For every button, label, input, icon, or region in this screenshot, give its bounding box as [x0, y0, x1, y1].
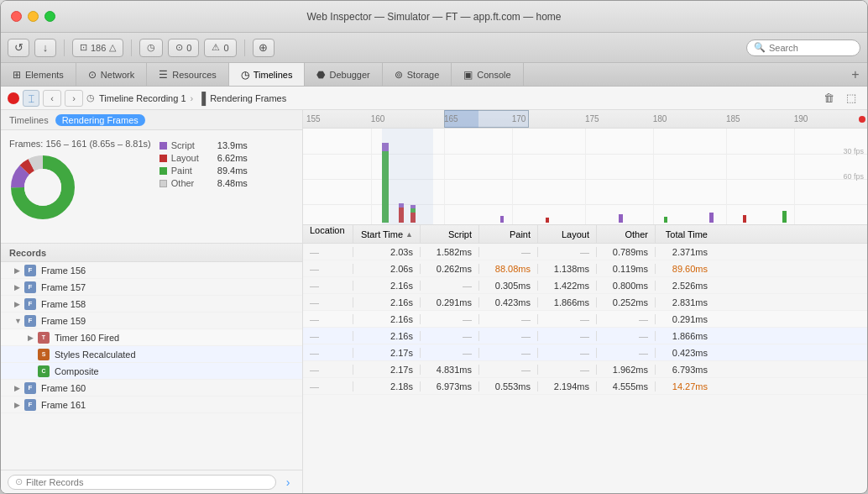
tab-resources[interactable]: ☰ Resources: [147, 63, 229, 86]
table-row[interactable]: — 2.18s 6.973ms 0.553ms 2.194ms 4.555ms …: [303, 378, 867, 395]
starttime-cell: 2.06s: [353, 264, 421, 274]
other-cell: 0.252ms: [597, 297, 656, 307]
reload-button[interactable]: ↺: [8, 39, 29, 57]
warning-count: 0: [223, 43, 228, 53]
filter-expand-button[interactable]: ›: [280, 475, 295, 490]
window-title: Web Inspector — Simulator — FT — app.ft.…: [307, 11, 562, 23]
cursor-mode-btn[interactable]: ⌶: [23, 90, 39, 107]
toolbar-sep-1: [64, 39, 65, 56]
expand-arrow[interactable]: ▶: [14, 266, 24, 275]
record-button[interactable]: [8, 92, 19, 104]
location-cell: —: [303, 281, 353, 291]
ruler-mark-180: 180: [653, 110, 667, 129]
table-row[interactable]: ▶ F Frame 158: [1, 296, 302, 313]
search-box[interactable]: 🔍: [746, 39, 860, 56]
table-row[interactable]: ▶ F Frame 156: [1, 262, 302, 279]
console-icon: ▣: [463, 69, 473, 81]
table-row[interactable]: — 2.16s — — — — 1.866ms: [303, 328, 867, 344]
fps-60-label: 60 fps: [843, 172, 864, 181]
globe-button[interactable]: ⊕: [253, 39, 275, 57]
warning-icon: ⚠: [212, 42, 220, 53]
expand-arrow: ▶: [28, 367, 38, 376]
starttime-cell: 2.16s: [353, 297, 421, 307]
sub-toolbar: ⌶ ‹ › ◷ Timeline Recording 1 › ▐ Renderi…: [1, 87, 867, 110]
expand-arrow[interactable]: ▶: [14, 283, 24, 292]
view-label: Rendering Frames: [210, 93, 286, 103]
add-tab-button[interactable]: +: [844, 63, 867, 86]
download-button[interactable]: ↓: [34, 39, 56, 57]
tab-elements[interactable]: ⊞ Elements: [1, 63, 76, 86]
starttime-cell: 2.17s: [353, 365, 421, 375]
paint-cell: 0.553ms: [479, 381, 538, 392]
rendering-frames-tab[interactable]: Rendering Frames: [55, 114, 145, 126]
expand-arrow[interactable]: ▶: [14, 384, 24, 392]
table-row[interactable]: — 2.03s 1.582ms — — 0.789ms 2.371ms: [303, 244, 867, 260]
bar-layout-a: [546, 218, 549, 223]
filter-input-wrapper[interactable]: ⊙: [8, 475, 276, 490]
timer-badge: T: [38, 332, 50, 344]
col-sep-4: [585, 129, 586, 224]
table-row[interactable]: ▶ C Composite: [1, 363, 302, 380]
recording-icon: ◷: [86, 92, 95, 103]
warning-count-badge: ⚠ 0: [204, 39, 236, 57]
totaltime-cell: 0.291ms: [656, 314, 714, 324]
col-sep-3: [512, 129, 513, 224]
expand-arrow[interactable]: ▼: [14, 317, 24, 325]
tab-timelines[interactable]: ◷ Timelines: [229, 63, 306, 86]
table-row[interactable]: — 2.16s 0.291ms 0.423ms 1.866ms 0.252ms …: [303, 294, 867, 311]
other-cell: 1.962ms: [597, 365, 656, 375]
table-row[interactable]: — 2.06s 0.262ms 88.08ms 1.138ms 0.119ms …: [303, 260, 867, 277]
tab-network[interactable]: ⊙ Network: [76, 63, 147, 86]
bar-script-c: [709, 213, 714, 223]
legend-script: Script 13.9ms: [159, 140, 248, 150]
delete-button[interactable]: 🗑: [819, 90, 838, 107]
panel-toggle-button[interactable]: ⬚: [842, 90, 860, 107]
layout-cell: 2.194ms: [538, 381, 597, 392]
tab-console[interactable]: ▣ Console: [452, 63, 523, 86]
table-row[interactable]: — 2.17s 4.831ms — — 1.962ms 6.793ms: [303, 361, 867, 378]
close-button[interactable]: [11, 11, 22, 22]
bar-script-b: [619, 214, 623, 223]
tab-storage[interactable]: ⊚ Storage: [383, 63, 452, 86]
expand-arrow[interactable]: ▶: [14, 300, 24, 308]
expand-arrow[interactable]: ▶: [14, 401, 24, 409]
prev-btn[interactable]: ‹: [43, 90, 61, 107]
tab-resources-label: Resources: [172, 70, 217, 80]
inspector-window: Web Inspector — Simulator — FT — app.ft.…: [0, 0, 868, 494]
ruler-mark-160: 160: [371, 110, 385, 129]
record-name: Frame 159: [39, 316, 302, 326]
table-row[interactable]: — 2.16s — 0.305ms 1.422ms 0.800ms 2.526m…: [303, 277, 867, 294]
paint-col-header: Paint: [479, 225, 538, 243]
table-row[interactable]: ▶ S Styles Recalculated: [1, 346, 302, 363]
starttime-cell: 2.03s: [353, 247, 421, 257]
table-row[interactable]: ▶ F Frame 161: [1, 397, 302, 413]
tab-debugger[interactable]: ⬣ Debugger: [305, 63, 382, 86]
location-cell: —: [303, 314, 353, 324]
table-row[interactable]: ▼ F Frame 159: [1, 313, 302, 329]
table-row[interactable]: ▶ F Frame 157: [1, 279, 302, 296]
minimize-button[interactable]: [28, 11, 39, 22]
maximize-button[interactable]: [44, 11, 55, 22]
expand-arrow[interactable]: ▶: [28, 334, 38, 342]
timelines-tab[interactable]: Timelines: [9, 115, 49, 125]
filter-input[interactable]: [26, 477, 269, 487]
error-icon: ⊙: [175, 42, 183, 53]
table-row[interactable]: — 2.17s — — — — 0.423ms: [303, 344, 867, 361]
next-btn[interactable]: ›: [65, 90, 83, 107]
location-cell: —: [303, 297, 353, 307]
search-input[interactable]: [769, 43, 853, 53]
playhead-indicator: [859, 116, 865, 123]
frame-badge: F: [24, 399, 36, 411]
resource-delta-icon: △: [109, 42, 116, 53]
ruler-mark-165: 165: [444, 110, 458, 129]
starttime-cell: 2.16s: [353, 281, 421, 291]
layout-label: Layout: [171, 153, 213, 163]
toolbar-sep-3: [244, 39, 245, 56]
layout-cell: —: [538, 365, 597, 375]
storage-icon: ⊚: [395, 69, 403, 81]
table-row[interactable]: ▶ F Frame 160: [1, 380, 302, 397]
table-row[interactable]: ▶ T Timer 160 Fired: [1, 329, 302, 346]
col-sep-7: [794, 129, 795, 224]
toolbar-sep-2: [131, 39, 132, 56]
table-row[interactable]: — 2.16s — — — — 0.291ms: [303, 311, 867, 328]
